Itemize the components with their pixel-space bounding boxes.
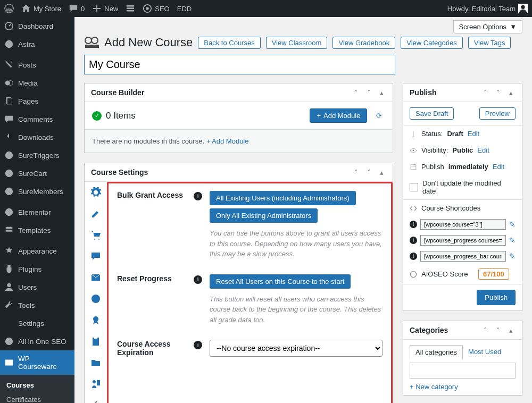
- site-link[interactable]: My Store: [21, 4, 61, 13]
- view-tags-button[interactable]: View Tags: [468, 37, 511, 49]
- howdy-link[interactable]: Howdy, Editorial Team: [447, 4, 528, 13]
- seo-link[interactable]: SEO: [143, 4, 169, 13]
- checkbox[interactable]: [410, 183, 418, 191]
- menu-plugins[interactable]: Plugins: [0, 260, 74, 278]
- view-classroom-button[interactable]: View Classroom: [266, 37, 328, 49]
- info-icon[interactable]: i: [410, 221, 417, 228]
- view-categories-button[interactable]: View Categories: [401, 37, 462, 49]
- wp-logo[interactable]: [4, 4, 14, 13]
- edd-link[interactable]: EDD: [177, 5, 192, 13]
- course-settings-heading: Course Settings: [91, 168, 148, 177]
- builder-empty: There are no modules in this course. + A…: [85, 129, 393, 153]
- handle-up-icon[interactable]: ˄: [351, 88, 361, 97]
- handle-down-icon[interactable]: ˅: [364, 167, 373, 177]
- view-gradebook-button[interactable]: View Gradebook: [332, 37, 395, 49]
- tab-folder-icon[interactable]: [85, 352, 107, 373]
- info-icon[interactable]: i: [194, 192, 202, 200]
- tab-cert-icon[interactable]: [85, 288, 107, 309]
- menu-appearance[interactable]: Appearance: [0, 242, 74, 260]
- svg-point-20: [7, 283, 11, 287]
- menu-posts[interactable]: Posts: [0, 56, 74, 74]
- menu-astra[interactable]: Astra: [0, 35, 74, 53]
- title-input[interactable]: [84, 55, 395, 74]
- menu-suretriggers[interactable]: SureTriggers: [0, 146, 74, 164]
- refresh-icon[interactable]: ⟳: [372, 110, 385, 122]
- publish-button[interactable]: Publish: [477, 290, 516, 305]
- svg-point-14: [5, 152, 13, 159]
- menu-elementor[interactable]: Elementor: [0, 203, 74, 221]
- handle-up-icon[interactable]: ˄: [351, 167, 361, 177]
- menu-suremembers[interactable]: SureMembers: [0, 182, 74, 200]
- shortcode-2[interactable]: [420, 235, 506, 246]
- edit-icon[interactable]: ✎: [509, 220, 516, 229]
- course-builder-box: Course Builder ˄ ˅ ▴ ✓0 Items +Add Modul…: [84, 83, 393, 153]
- bulk-grant-label: Bulk Grant Access: [117, 191, 186, 259]
- tab-instructor-icon[interactable]: [85, 373, 107, 394]
- menu-aioseo[interactable]: All in One SEO: [0, 332, 74, 350]
- edit-icon[interactable]: ✎: [509, 252, 516, 261]
- menu-downloads[interactable]: Downloads: [0, 128, 74, 146]
- db-icon[interactable]: [126, 4, 135, 13]
- reset-all-users-button[interactable]: Reset All Users on this Course to the st…: [210, 274, 351, 289]
- sub-certificates[interactable]: Certificates: [0, 392, 74, 403]
- add-module-link[interactable]: + Add Module: [206, 137, 249, 145]
- preview-button[interactable]: Preview: [479, 107, 516, 120]
- save-draft-button[interactable]: Save Draft: [410, 107, 454, 120]
- menu-pages[interactable]: Pages: [0, 92, 74, 110]
- svg-rect-3: [127, 10, 134, 12]
- new-link[interactable]: New: [92, 4, 118, 13]
- menu-media[interactable]: Media: [0, 74, 74, 92]
- menu-users[interactable]: Users: [0, 278, 74, 296]
- info-icon[interactable]: i: [410, 237, 417, 244]
- tab-mail-icon[interactable]: [85, 267, 107, 288]
- svg-rect-35: [411, 164, 416, 169]
- expiration-select[interactable]: --No course access expiration--: [210, 340, 383, 357]
- svg-point-15: [5, 170, 13, 177]
- shortcode-3[interactable]: [420, 251, 506, 262]
- menu-settings[interactable]: Settings: [0, 314, 74, 332]
- menu-tools[interactable]: Tools: [0, 296, 74, 314]
- status-edit-link[interactable]: Edit: [468, 130, 479, 138]
- bulk-grant-help: You can use the buttons above to grant a…: [210, 228, 383, 259]
- menu-wpcourseware[interactable]: WP Courseware: [0, 350, 74, 375]
- tab-edit-icon[interactable]: [85, 203, 107, 224]
- tab-wrench-icon[interactable]: [85, 394, 107, 403]
- info-icon[interactable]: i: [410, 253, 417, 260]
- back-to-courses-button[interactable]: Back to Courses: [198, 37, 260, 49]
- cat-tab-all[interactable]: All categories: [410, 345, 463, 359]
- comments-link[interactable]: 0: [69, 4, 85, 13]
- tab-cart-icon[interactable]: [85, 224, 107, 246]
- add-module-button[interactable]: +Add Module: [310, 108, 367, 123]
- menu-comments[interactable]: Comments: [0, 110, 74, 128]
- new-category-link[interactable]: + New category: [403, 379, 522, 395]
- cat-tab-most[interactable]: Most Used: [463, 345, 506, 359]
- sub-courses[interactable]: Courses: [0, 378, 74, 392]
- tab-clipboard-icon[interactable]: [85, 331, 107, 352]
- visibility-edit-link[interactable]: Edit: [477, 146, 489, 154]
- check-icon: ✓: [92, 111, 102, 121]
- categories-heading: Categories: [410, 326, 448, 334]
- category-list[interactable]: [410, 363, 516, 379]
- handle-toggle-icon[interactable]: ▴: [377, 167, 386, 177]
- shortcode-1[interactable]: [420, 219, 506, 230]
- svg-point-24: [92, 37, 98, 44]
- handle-toggle-icon[interactable]: ▴: [377, 88, 386, 97]
- grant-admins-button[interactable]: Only All Existing Administrators: [210, 208, 318, 223]
- handle-down-icon[interactable]: ˅: [364, 88, 373, 97]
- tab-chat-icon[interactable]: [85, 246, 107, 267]
- svg-point-16: [5, 188, 13, 195]
- info-icon[interactable]: i: [194, 275, 202, 284]
- course-settings-box: Course Settings ˄ ˅ ▴: [84, 163, 393, 403]
- reset-help: This button will reset all users who can…: [210, 294, 383, 325]
- tab-gear-icon[interactable]: [85, 182, 107, 203]
- date-edit-link[interactable]: Edit: [493, 163, 504, 171]
- menu-templates[interactable]: Templates: [0, 221, 74, 239]
- screen-options-button[interactable]: Screen Options ▼: [453, 20, 522, 33]
- tab-badge-icon[interactable]: [85, 309, 107, 331]
- menu-surecart[interactable]: SureCart: [0, 164, 74, 182]
- edit-icon[interactable]: ✎: [509, 236, 516, 245]
- menu-dashboard[interactable]: Dashboard: [0, 17, 74, 35]
- info-icon[interactable]: i: [194, 341, 202, 349]
- dont-update-row[interactable]: Don't update the modified date: [403, 175, 522, 199]
- grant-all-users-button[interactable]: All Existing Users (including Administra…: [210, 191, 356, 205]
